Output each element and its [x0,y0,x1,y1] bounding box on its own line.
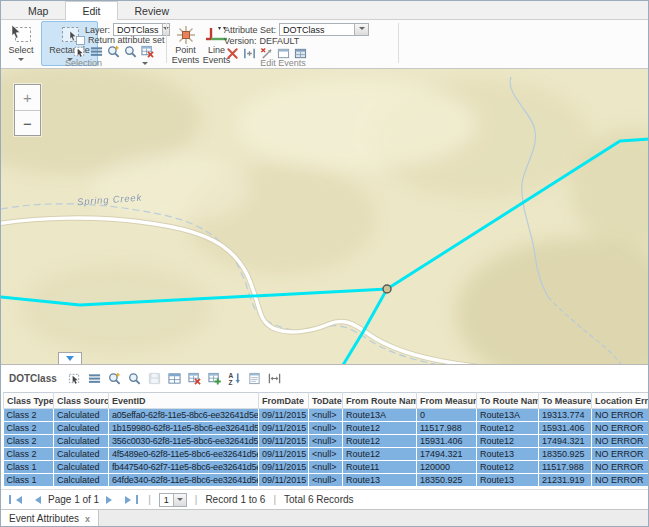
clear-selection-icon[interactable] [141,45,154,58]
route-junction-marker [383,285,391,293]
selection-options-icon[interactable] [90,45,103,58]
edit-events-group-label: Edit Events [168,58,398,68]
panel-title: DOTClass [9,373,57,384]
options-menu-icon[interactable] [88,372,101,385]
table-cell: Route11 [343,461,417,474]
close-icon[interactable]: x [85,514,90,524]
pan-selected-icon[interactable] [128,372,141,385]
layer-dropdown-value: DOTClass [114,24,162,35]
table-cell: <null> [309,474,343,487]
attribute-grid-icon[interactable] [168,372,181,385]
column-header[interactable]: From Route Name [343,393,417,409]
map-view[interactable]: Spring Creek + − [1,69,649,365]
column-header[interactable]: Location Error [592,393,649,409]
zoom-to-selection-icon[interactable] [107,45,120,58]
table-cell: 21231.919 [539,474,592,487]
selection-icon-row [73,45,154,58]
column-header[interactable]: EventID [109,393,259,409]
table-cell: 09/11/2015 [259,409,309,422]
last-page-button[interactable] [123,495,140,504]
table-cell: <null> [309,422,343,435]
fit-columns-icon[interactable] [268,372,281,385]
select-records-icon[interactable] [68,372,81,385]
table-cell: Class 2 [4,448,54,461]
table-cell: Class 2 [4,409,54,422]
first-page-button[interactable] [7,495,24,504]
panel-collapse-button[interactable] [58,352,82,364]
event-attributes-panel: DOTClass AZ Class TypeClass SourceEventI… [1,365,648,527]
sort-records-icon[interactable]: AZ [228,372,241,385]
ribbon-tab-bar: Map Edit Review [1,1,648,20]
selection-group-label: Selection [1,58,166,68]
table-cell: Route13A [343,409,417,422]
column-header[interactable]: To Route Name [477,393,539,409]
table-cell: 11517.988 [539,461,592,474]
table-cell: 18350.925 [417,474,477,487]
map-zoom-control: + − [14,84,41,136]
tab-edit[interactable]: Edit [65,1,117,20]
tab-review[interactable]: Review [118,1,186,19]
dropdown-arrow-icon[interactable] [173,494,186,506]
delete-records-icon[interactable] [188,372,201,385]
zoom-out-button[interactable]: − [15,110,40,135]
pan-to-selection-icon[interactable] [124,45,137,58]
ribbon-content: Select Rectangle Layer: DOTClass Return … [1,20,648,68]
table-cell: 09/11/2015 [259,474,309,487]
total-records-text: Total 6 Records [284,494,353,505]
select-tool-label: Select [8,46,33,56]
table-cell: Route12 [343,448,417,461]
table-cell: 09/11/2015 [259,422,309,435]
page-number-select[interactable]: 1 [159,493,187,507]
table-cell: Calculated [54,435,109,448]
save-icon[interactable] [148,372,161,385]
table-cell: 17494.321 [539,435,592,448]
table-cell: fb447540-62f7-11e5-8bc6-ee32641d5ec9 [109,461,259,474]
dropdown-arrow-icon[interactable] [354,24,368,35]
table-cell: 09/11/2015 [259,448,309,461]
zoom-in-button[interactable]: + [15,85,40,110]
table-cell: NO ERROR [592,435,649,448]
version-value: DEFAULT [260,36,300,46]
table-row[interactable]: Class 1Calculated64fde340-62f8-11e5-8bc6… [4,474,649,487]
table-cell: Class 1 [4,461,54,474]
column-header[interactable]: To Measure [539,393,592,409]
table-cell: Class 2 [4,422,54,435]
column-header[interactable]: FromDate [259,393,309,409]
column-header[interactable]: Class Source [54,393,109,409]
table-cell: 09/11/2015 [259,461,309,474]
column-header[interactable]: ToDate [309,393,343,409]
table-cell: 09/11/2015 [259,435,309,448]
form-view-icon[interactable] [248,372,261,385]
previous-page-button[interactable] [29,496,43,504]
column-header[interactable]: Class Type [4,393,54,409]
zoom-selected-icon[interactable] [108,372,121,385]
table-row[interactable]: Class 2Calculated356c0030-62f8-11e5-8bc6… [4,435,649,448]
table-cell: Route13 [477,474,539,487]
table-row[interactable]: Class 2Calculated1b159980-62f8-11e5-8bc6… [4,422,649,435]
return-attribute-set-control: Return attribute set [76,35,165,45]
tab-map[interactable]: Map [11,1,65,19]
table-cell: <null> [309,435,343,448]
table-cell: Calculated [54,409,109,422]
table-row[interactable]: Class 1Calculatedfb447540-62f7-11e5-8bc6… [4,461,649,474]
return-attribute-set-label: Return attribute set [88,35,165,45]
column-header[interactable]: From Measure [417,393,477,409]
panel-toolbar-icons: AZ [68,372,281,385]
return-attribute-set-checkbox[interactable] [76,36,85,45]
collapse-arrow-icon [66,356,74,365]
record-range-text: Record 1 to 6 [205,494,265,505]
attribute-table: Class TypeClass SourceEventIDFromDateToD… [3,392,649,487]
select-features-icon[interactable] [73,45,86,58]
table-cell: 17494.321 [417,448,477,461]
table-cell: NO ERROR [592,422,649,435]
table-row[interactable]: Class 2Calculated4f5489e0-62f8-11e5-8bc6… [4,448,649,461]
event-editor-window: Map Edit Review Select Rectangle Layer: … [0,0,649,527]
table-row[interactable]: Class 2Calculateda05effa0-62f8-11e5-8bc6… [4,409,649,422]
next-page-button[interactable] [104,496,118,504]
add-records-icon[interactable] [208,372,221,385]
page-number-value: 1 [160,494,173,506]
tab-event-attributes[interactable]: Event Attributes x [1,510,99,527]
table-cell: 19313.774 [539,409,592,422]
svg-text:Z: Z [228,379,232,385]
attribute-set-dropdown[interactable]: DOTClass [279,23,369,36]
